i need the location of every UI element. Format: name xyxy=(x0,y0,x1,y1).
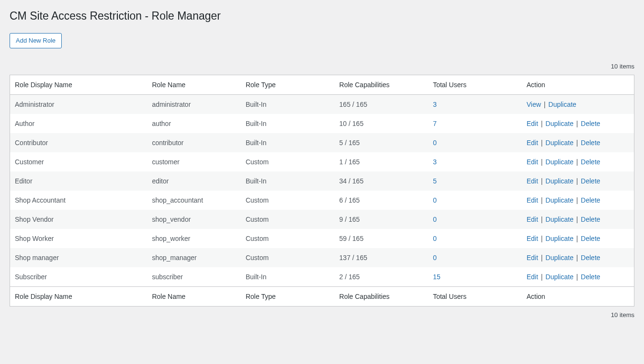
cell-display-name: Contributor xyxy=(10,133,147,152)
col-header-capabilities[interactable]: Role Capabilities xyxy=(335,75,429,95)
delete-link[interactable]: Delete xyxy=(581,235,600,242)
total-users-link[interactable]: 3 xyxy=(433,158,437,166)
action-separator: | xyxy=(538,120,545,127)
total-users-link[interactable]: 0 xyxy=(433,235,437,242)
cell-total-users: 15 xyxy=(428,267,522,287)
total-users-link[interactable]: 0 xyxy=(433,196,437,204)
edit-link[interactable]: Edit xyxy=(527,139,538,147)
total-users-link[interactable]: 7 xyxy=(433,120,437,127)
cell-display-name: Administrator xyxy=(10,95,147,114)
table-row: EditoreditorBuilt-In34 / 1655Edit | Dupl… xyxy=(10,171,634,191)
edit-link[interactable]: Edit xyxy=(527,196,538,204)
view-link[interactable]: View xyxy=(527,101,541,108)
cell-capabilities: 6 / 165 xyxy=(335,191,429,210)
duplicate-link[interactable]: Duplicate xyxy=(545,196,573,204)
duplicate-link[interactable]: Duplicate xyxy=(545,120,573,127)
action-separator: | xyxy=(574,120,581,127)
delete-link[interactable]: Delete xyxy=(581,254,600,262)
page-title: CM Site Access Restriction - Role Manage… xyxy=(10,5,634,25)
duplicate-link[interactable]: Duplicate xyxy=(545,254,573,262)
table-row: CustomercustomerCustom1 / 1653Edit | Dup… xyxy=(10,152,634,171)
table-row: ContributorcontributorBuilt-In5 / 1650Ed… xyxy=(10,133,634,152)
delete-link[interactable]: Delete xyxy=(581,139,600,147)
col-header-role-type[interactable]: Role Type xyxy=(241,75,335,95)
table-row: AdministratoradministratorBuilt-In165 / … xyxy=(10,95,634,114)
cell-role-type: Built-In xyxy=(241,267,335,287)
col-header-action[interactable]: Action xyxy=(522,75,634,95)
delete-link[interactable]: Delete xyxy=(581,120,600,127)
col-footer-action[interactable]: Action xyxy=(522,287,634,307)
tablenav-top: 10 items xyxy=(10,58,634,75)
roles-table: Role Display Name Role Name Role Type Ro… xyxy=(10,75,634,307)
cell-role-name: shop_manager xyxy=(147,248,241,267)
action-separator: | xyxy=(574,273,581,281)
cell-action: Edit | Duplicate | Delete xyxy=(522,171,634,191)
col-footer-display-name[interactable]: Role Display Name xyxy=(10,287,147,307)
edit-link[interactable]: Edit xyxy=(527,254,538,262)
action-separator: | xyxy=(538,158,545,166)
cell-total-users: 0 xyxy=(428,248,522,267)
edit-link[interactable]: Edit xyxy=(527,216,538,223)
col-footer-role-name[interactable]: Role Name xyxy=(147,287,241,307)
cell-total-users: 5 xyxy=(428,171,522,191)
delete-link[interactable]: Delete xyxy=(581,273,600,281)
col-header-role-name[interactable]: Role Name xyxy=(147,75,241,95)
action-separator: | xyxy=(541,101,548,108)
cell-total-users: 0 xyxy=(428,210,522,229)
action-separator: | xyxy=(574,235,581,242)
action-separator: | xyxy=(574,177,581,185)
page-wrap: CM Site Access Restriction - Role Manage… xyxy=(0,0,644,333)
action-separator: | xyxy=(538,196,545,204)
add-new-role-button[interactable]: Add New Role xyxy=(10,33,62,48)
table-row: Shop managershop_managerCustom137 / 1650… xyxy=(10,248,634,267)
total-users-link[interactable]: 15 xyxy=(433,273,441,281)
table-row: AuthorauthorBuilt-In10 / 1657Edit | Dupl… xyxy=(10,114,634,133)
edit-link[interactable]: Edit xyxy=(527,273,538,281)
duplicate-link[interactable]: Duplicate xyxy=(545,216,573,223)
total-users-link[interactable]: 3 xyxy=(433,101,437,108)
edit-link[interactable]: Edit xyxy=(527,235,538,242)
action-separator: | xyxy=(538,177,545,185)
delete-link[interactable]: Delete xyxy=(581,177,600,185)
cell-action: Edit | Duplicate | Delete xyxy=(522,191,634,210)
action-separator: | xyxy=(538,139,545,147)
edit-link[interactable]: Edit xyxy=(527,177,538,185)
cell-total-users: 3 xyxy=(428,152,522,171)
total-users-link[interactable]: 0 xyxy=(433,254,437,262)
cell-role-type: Built-In xyxy=(241,171,335,191)
cell-role-type: Custom xyxy=(241,248,335,267)
edit-link[interactable]: Edit xyxy=(527,158,538,166)
cell-role-name: contributor xyxy=(147,133,241,152)
total-users-link[interactable]: 5 xyxy=(433,177,437,185)
col-footer-capabilities[interactable]: Role Capabilities xyxy=(335,287,429,307)
total-users-link[interactable]: 0 xyxy=(433,216,437,223)
action-separator: | xyxy=(574,254,581,262)
cell-display-name: Shop Vendor xyxy=(10,210,147,229)
duplicate-link[interactable]: Duplicate xyxy=(548,101,576,108)
items-count-top: 10 items xyxy=(611,63,634,70)
duplicate-link[interactable]: Duplicate xyxy=(545,177,573,185)
duplicate-link[interactable]: Duplicate xyxy=(545,158,573,166)
action-separator: | xyxy=(538,254,545,262)
action-separator: | xyxy=(574,216,581,223)
cell-role-type: Built-In xyxy=(241,133,335,152)
cell-action: Edit | Duplicate | Delete xyxy=(522,210,634,229)
col-footer-role-type[interactable]: Role Type xyxy=(241,287,335,307)
edit-link[interactable]: Edit xyxy=(527,120,538,127)
cell-role-type: Built-In xyxy=(241,114,335,133)
action-separator: | xyxy=(574,196,581,204)
total-users-link[interactable]: 0 xyxy=(433,139,437,147)
cell-display-name: Shop Accountant xyxy=(10,191,147,210)
delete-link[interactable]: Delete xyxy=(581,216,600,223)
col-header-total-users[interactable]: Total Users xyxy=(428,75,522,95)
table-row: SubscribersubscriberBuilt-In2 / 16515Edi… xyxy=(10,267,634,287)
cell-capabilities: 5 / 165 xyxy=(335,133,429,152)
delete-link[interactable]: Delete xyxy=(581,196,600,204)
col-header-display-name[interactable]: Role Display Name xyxy=(10,75,147,95)
delete-link[interactable]: Delete xyxy=(581,158,600,166)
cell-display-name: Customer xyxy=(10,152,147,171)
duplicate-link[interactable]: Duplicate xyxy=(545,273,573,281)
duplicate-link[interactable]: Duplicate xyxy=(545,235,573,242)
col-footer-total-users[interactable]: Total Users xyxy=(428,287,522,307)
duplicate-link[interactable]: Duplicate xyxy=(545,139,573,147)
